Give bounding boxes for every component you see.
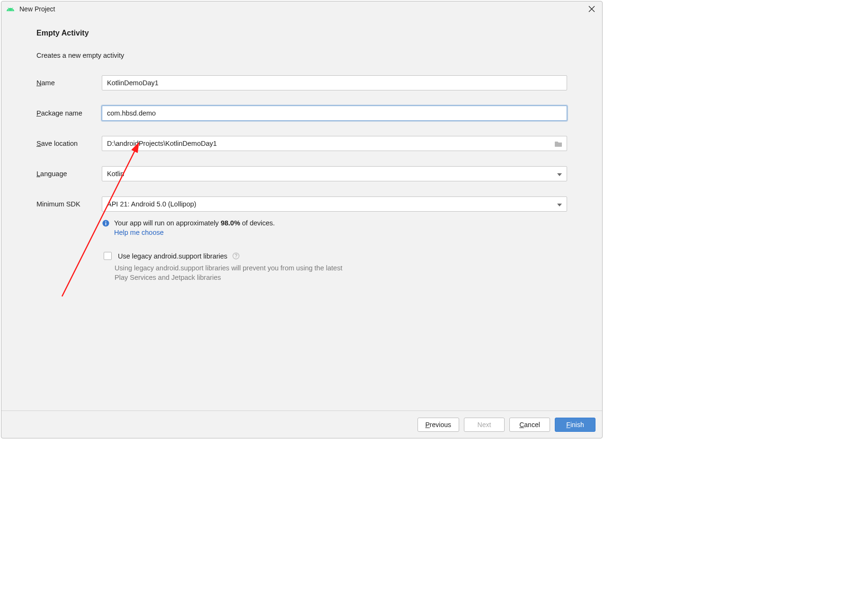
legacy-checkbox[interactable] — [104, 252, 112, 260]
row-save-location: Save location D:\androidProjects\KotlinD… — [36, 136, 567, 151]
label-name: Name — [36, 79, 102, 87]
language-value: Kotlin — [107, 170, 124, 178]
min-sdk-select[interactable]: API 21: Android 5.0 (Lollipop) — [102, 196, 567, 212]
svg-rect-2 — [105, 221, 106, 222]
dialog-footer: Previous Next Cancel Finish — [1, 411, 602, 438]
legacy-label: Use legacy android.support libraries — [118, 252, 227, 260]
titlebar: New Project — [1, 1, 602, 17]
legacy-block: Use legacy android.support libraries ? U… — [102, 250, 567, 283]
info-prefix: Your app will run on approximately — [114, 219, 221, 227]
row-language: Language Kotlin — [36, 166, 567, 181]
help-me-choose-link[interactable]: Help me choose — [114, 229, 567, 236]
min-sdk-value: API 21: Android 5.0 (Lollipop) — [107, 200, 196, 208]
page-heading: Empty Activity — [36, 29, 567, 37]
cancel-button[interactable]: Cancel — [509, 418, 550, 432]
sdk-info-block: Your app will run on approximately 98.0%… — [102, 219, 567, 236]
content-area: Empty Activity Creates a new empty activ… — [1, 17, 602, 411]
row-name: Name — [36, 75, 567, 90]
dialog-title: New Project — [19, 5, 584, 13]
name-input[interactable] — [102, 75, 567, 90]
language-select[interactable]: Kotlin — [102, 166, 567, 181]
new-project-dialog: New Project Empty Activity Creates a new… — [1, 1, 603, 438]
sdk-info-line: Your app will run on approximately 98.0%… — [102, 219, 567, 227]
package-input[interactable] — [102, 106, 567, 121]
caret-down-icon — [557, 200, 562, 208]
row-package: Package name — [36, 106, 567, 121]
save-location-input[interactable]: D:\androidProjects\KotlinDemoDay1 — [102, 136, 567, 151]
info-percent: 98.0% — [221, 219, 240, 227]
legacy-description: Using legacy android.support libraries w… — [115, 263, 351, 283]
save-location-value: D:\androidProjects\KotlinDemoDay1 — [107, 140, 553, 147]
browse-folder-button[interactable] — [553, 138, 564, 149]
label-save-location: Save location — [36, 140, 102, 147]
finish-button[interactable]: Finish — [555, 418, 595, 432]
android-icon — [6, 6, 15, 12]
label-language: Language — [36, 170, 102, 178]
page-subheading: Creates a new empty activity — [36, 52, 567, 59]
previous-button[interactable]: Previous — [418, 418, 459, 432]
label-package: Package name — [36, 109, 102, 117]
close-button[interactable] — [584, 1, 599, 17]
caret-down-icon — [557, 170, 562, 178]
label-min-sdk: Minimum SDK — [36, 200, 102, 208]
info-suffix: of devices. — [240, 219, 275, 227]
row-min-sdk: Minimum SDK API 21: Android 5.0 (Lollipo… — [36, 196, 567, 212]
next-button: Next — [464, 418, 505, 432]
info-icon — [102, 219, 109, 227]
svg-rect-1 — [105, 223, 106, 225]
svg-text:?: ? — [234, 253, 237, 259]
help-icon[interactable]: ? — [232, 252, 240, 260]
